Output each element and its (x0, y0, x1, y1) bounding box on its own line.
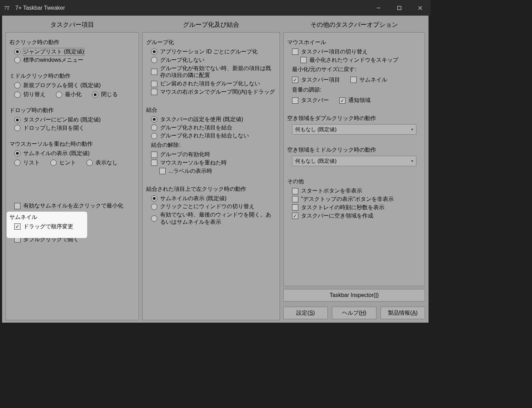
radio-drop-pin[interactable]: タスクバーにピン留め (既定値) (14, 116, 135, 124)
svg-text:7T: 7T (4, 6, 10, 11)
label-volume: 音量の調節: (292, 86, 421, 94)
taskbar-inspector-button[interactable]: Taskbar Inspector(I) (283, 289, 425, 301)
radio-hover-list[interactable]: リスト (14, 159, 40, 167)
combo-midclick-value: 何もなし (既定値) (295, 158, 336, 164)
radio-hover-none[interactable]: 表示なし (86, 159, 118, 167)
check-hide-start[interactable]: スタートボタンを非表示 (292, 187, 421, 195)
label-right-click: 右クリック時の動作 (9, 39, 135, 46)
col-title-left: タスクバー項目 (6, 20, 139, 29)
radio-combine-grouped[interactable]: グループ化された項目を結合 (151, 124, 276, 131)
help-button[interactable]: ヘルプ(H) (332, 307, 376, 319)
radio-hover-hint[interactable]: ヒント (50, 159, 76, 167)
chevron-down-icon: ▾ (411, 127, 413, 132)
radio-lcc-thumb[interactable]: サムネイルの表示 (既定値) (151, 195, 276, 202)
col-title-mid: グループ化及び結合 (142, 20, 280, 29)
radio-combine-none[interactable]: グループ化された項目を結合しない (151, 132, 276, 139)
label-hover: マウスカーソルを重ねた時の動作 (9, 141, 135, 148)
label-leftclick-combined: 結合された項目上で左クリック時の動作 (146, 186, 276, 193)
check-decombine-hover[interactable]: マウスカーソルを重ねた時 (151, 159, 276, 167)
check-decombine-label[interactable]: ...ラベルの表示時 (159, 168, 276, 175)
radio-lcc-last[interactable]: 有効でない時、最後のウィンドウを開く。あるいはサムネイルを表示 (151, 211, 276, 226)
titlebar[interactable]: 7T 7+ Taskbar Tweaker (0, 0, 431, 16)
app-window: 7T 7+ Taskbar Tweaker タスクバー項目 右クリック時の動作 … (0, 0, 431, 326)
radio-rightclick-standard[interactable]: 標準のwindowsメニュー (14, 57, 135, 64)
radio-lcc-cycle[interactable]: クリックごとにウィンドウの切り替え (151, 203, 276, 210)
radio-rightclick-jumplist[interactable]: ジャンプリスト (既定値) (14, 48, 135, 56)
minimize-button[interactable] (368, 0, 389, 16)
app-title: 7+ Taskbar Tweaker (15, 5, 368, 11)
app-icon: 7T (3, 4, 12, 12)
check-vol-taskbar[interactable]: タスクバー (292, 97, 329, 104)
label-drop: ドロップ時の動作 (9, 107, 135, 114)
label-middle-click: ミドルクリック時の動作 (9, 73, 135, 80)
label-midclick-empty: 空き領域をミドルクリック時の動作 (287, 146, 421, 154)
panel-grouping: グループ化 アプリケーション ID ごとにグループ化 グループ化しない グループ… (142, 32, 280, 320)
highlight-thumbnails: サムネイル ドラッグで順序変更 (7, 212, 87, 238)
panel-taskbar-items: 右クリック時の動作 ジャンプリスト (既定値) 標準のwindowsメニュー ミ… (6, 32, 139, 320)
panel-other-options: マウスホイール タスクバー項目の切り替え 最小化されたウィンドウをスキップ 最小… (283, 32, 425, 286)
chevron-down-icon: ▾ (411, 159, 413, 163)
check-wheel-skipmin[interactable]: 最小化されたウィンドウをスキップ (300, 57, 421, 64)
client-area: タスクバー項目 右クリック時の動作 ジャンプリスト (既定値) 標準のwindo… (2, 16, 429, 323)
label-grouping: グループ化 (146, 39, 276, 46)
check-thumb-leftclick-min[interactable]: 有効なサムネイルを左クリックで最小化 (14, 202, 135, 210)
radio-group-appid[interactable]: アプリケーション ID ごとにグループ化 (151, 48, 276, 56)
check-tray-seconds[interactable]: タスクトレイの時刻に秒数を表示 (292, 204, 421, 211)
check-minrestore-taskbar[interactable]: タスクバー項目 (292, 76, 340, 84)
radio-midclick-new[interactable]: 新規プログラムを開く (既定値) (14, 82, 135, 89)
label-minrestore: 最小化/元のサイズに戻す: (292, 66, 421, 73)
label-other: その他 (287, 178, 421, 185)
combo-midclick-empty[interactable]: 何もなし (既定値) ▾ (292, 156, 416, 166)
radio-midclick-close[interactable]: 閉じる (92, 91, 118, 98)
check-group-drag-right[interactable]: マウスの右ボタンでグループ間(内)をドラッグ (151, 88, 276, 96)
radio-group-none[interactable]: グループ化しない (151, 57, 276, 64)
label-decombine: 結合の解除: (151, 142, 276, 149)
check-thumb-drag-reorder[interactable]: ドラッグで順序変更 (14, 223, 84, 230)
col-title-right: その他のタスクバーオプション (283, 20, 425, 29)
check-wheel-cycle[interactable]: タスクバー項目の切り替え (292, 48, 421, 56)
label-dblclick-empty: 空き領域をダブルクリック時の動作 (287, 115, 421, 122)
check-reserve-space[interactable]: タスクバーに空き領域を作成 (292, 212, 421, 220)
check-minrestore-thumb[interactable]: サムネイル (350, 76, 387, 84)
radio-midclick-switch[interactable]: 切り替え (14, 91, 45, 98)
check-decombine-active[interactable]: グループの有効化時 (151, 151, 276, 158)
maximize-button[interactable] (389, 0, 410, 16)
check-hide-showdesk[interactable]: "デスクトップの表示"ボタンを非表示 (292, 196, 421, 203)
svg-rect-2 (398, 6, 401, 10)
check-group-place-next[interactable]: グループ化が有効でない時、新規の項目は既存の項目の隣に配置 (151, 65, 276, 79)
label-combine: 結合 (146, 107, 276, 114)
settings-button[interactable]: 設定(S) (283, 307, 328, 319)
combo-dblclick-empty[interactable]: 何もなし (既定値) ▾ (292, 124, 416, 135)
radio-combine-default[interactable]: タスクバーの設定を使用 (既定値) (151, 116, 276, 123)
combo-dblclick-value: 何もなし (既定値) (295, 126, 336, 133)
radio-midclick-min[interactable]: 最小化 (56, 91, 82, 98)
check-vol-tray[interactable]: 通知領域 (339, 97, 371, 104)
radio-drop-open[interactable]: ドロップした項目を開く (14, 125, 135, 132)
label-wheel: マウスホイール (287, 39, 421, 46)
check-group-dont-pin[interactable]: ピン留めされた項目をグループ化しない (151, 80, 276, 87)
close-button[interactable] (410, 0, 431, 16)
about-button[interactable]: 製品情報(A) (381, 307, 425, 319)
radio-hover-thumb[interactable]: サムネイルの表示 (既定値) (14, 150, 135, 157)
label-thumbnails: サムネイル (9, 214, 84, 221)
